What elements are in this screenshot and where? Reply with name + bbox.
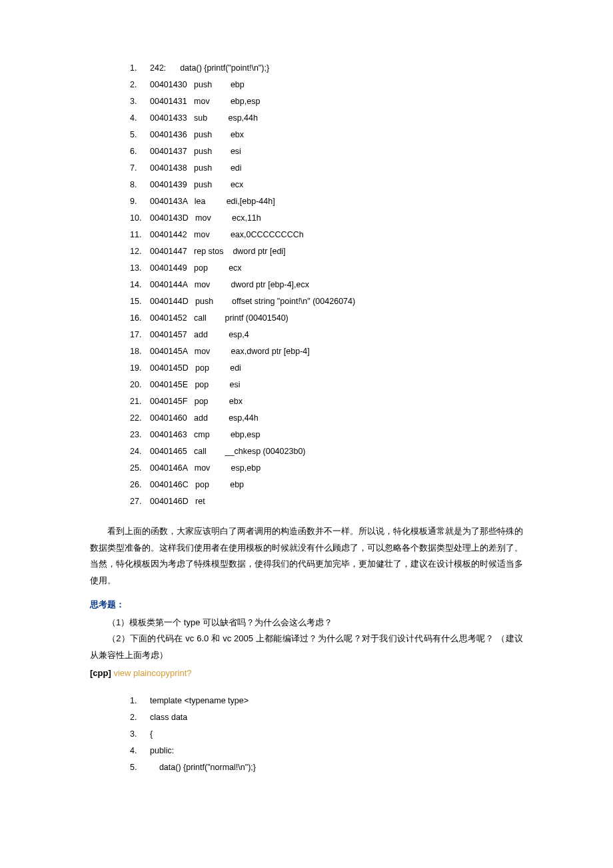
code-line: 21.0040145F pop ebx — [130, 393, 523, 410]
code-line: 27.0040146D ret — [130, 493, 523, 510]
code-line: 6.00401437 push esi — [130, 143, 523, 160]
code-line: 14.0040144A mov dword ptr [ebp-4],ecx — [130, 277, 523, 293]
code-line: 1.template <typename type> — [130, 693, 523, 709]
code-line: 4.public: — [130, 743, 523, 759]
code-line: 16.00401452 call printf (00401540) — [130, 310, 523, 327]
code-line: 3.00401431 mov ebp,esp — [130, 93, 523, 110]
code-line: 19.0040145D pop edi — [130, 360, 523, 377]
code-line: 2.00401430 push ebp — [130, 77, 523, 93]
code-line: 5.00401436 push ebx — [130, 127, 523, 143]
copy-link[interactable]: copy — [151, 668, 169, 678]
code-line: 13.00401449 pop ecx — [130, 260, 523, 277]
code-line: 12.00401447 rep stos dword ptr [edi] — [130, 243, 523, 260]
code-line: 4.00401433 sub esp,44h — [130, 110, 523, 127]
code-line: 22.00401460 add esp,44h — [130, 410, 523, 427]
assembly-listing: 1.242: data() {printf("point!\n");}2.004… — [130, 60, 523, 510]
question-1: （1）模板类第一个 type 可以缺省吗？为什么会这么考虑？ — [90, 615, 523, 631]
cpp-code-listing: 1.template <typename type>2.class data3.… — [130, 693, 523, 776]
code-line: 11.00401442 mov eax,0CCCCCCCCh — [130, 227, 523, 243]
code-line: 15.0040144D push offset string "point!\n… — [130, 293, 523, 310]
code-line: 23.00401463 cmp ebp,esp — [130, 427, 523, 443]
question-2: （2）下面的代码在 vc 6.0 和 vc 2005 上都能编译过？为什么呢？对… — [90, 631, 523, 663]
code-line: 10.0040143D mov ecx,11h — [130, 210, 523, 227]
thinking-questions-title: 思考题： — [90, 599, 523, 611]
code-links: view plaincopyprint? — [113, 668, 191, 678]
view-plain-link[interactable]: view plain — [113, 668, 151, 678]
explanation-paragraph: 看到上面的函数，大家应该明白了两者调用的构造函数并不一样。所以说，特化模板通常就… — [90, 523, 523, 589]
code-line: 25.0040146A mov esp,ebp — [130, 460, 523, 477]
cpp-label: [cpp] — [90, 668, 113, 678]
print-link[interactable]: print — [170, 668, 187, 678]
code-line: 7.00401438 push edi — [130, 160, 523, 177]
code-line: 5. data() {printf("normal!\n");} — [130, 759, 523, 776]
code-line: 24.00401465 call __chkesp (004023b0) — [130, 443, 523, 460]
code-line: 20.0040145E pop esi — [130, 377, 523, 393]
code-line: 9.0040143A lea edi,[ebp-44h] — [130, 193, 523, 210]
code-line: 1.242: data() {printf("point!\n");} — [130, 60, 523, 77]
code-line: 8.00401439 push ecx — [130, 177, 523, 193]
code-toolbar: [cpp] view plaincopyprint? — [90, 668, 523, 678]
code-line: 2.class data — [130, 709, 523, 726]
code-line: 18.0040145A mov eax,dword ptr [ebp-4] — [130, 343, 523, 360]
code-line: 17.00401457 add esp,4 — [130, 327, 523, 343]
help-link[interactable]: ? — [187, 668, 191, 678]
code-line: 3.{ — [130, 726, 523, 743]
code-line: 26.0040146C pop ebp — [130, 477, 523, 493]
